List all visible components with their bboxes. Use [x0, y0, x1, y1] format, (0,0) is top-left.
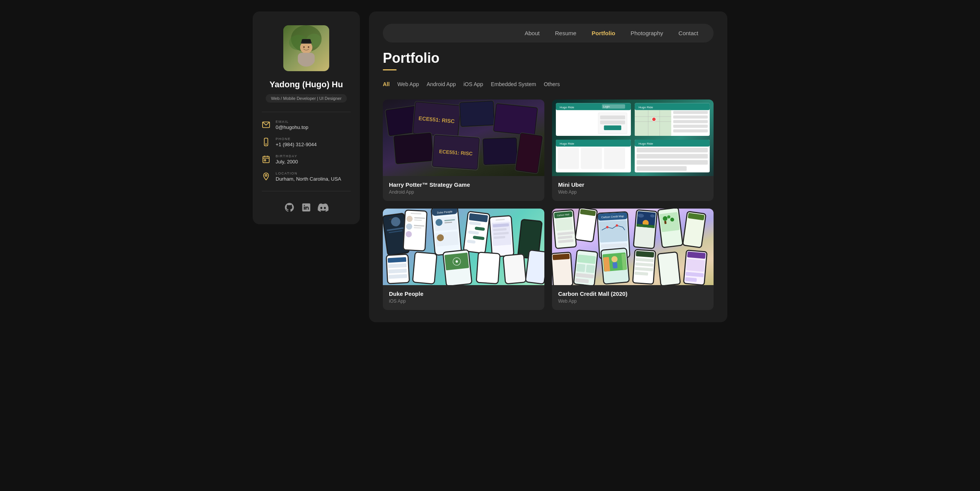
svg-rect-64	[558, 148, 579, 169]
svg-point-10	[308, 46, 309, 48]
svg-rect-191	[603, 257, 610, 271]
top-nav: About Resume Portfolio Photography Conta…	[383, 24, 714, 42]
card-4-info: Carbon Credit Mall (2020) Web App	[552, 285, 714, 310]
card-4-category: Web App	[558, 299, 707, 304]
email-label: EMAIL	[276, 120, 309, 124]
svg-rect-126	[413, 253, 436, 284]
svg-rect-14	[263, 157, 270, 163]
svg-rect-153	[599, 220, 628, 243]
svg-rect-142	[555, 218, 573, 231]
phone-icon	[262, 138, 270, 146]
svg-rect-18	[264, 160, 266, 161]
birthday-value: July, 2000	[276, 159, 298, 165]
social-links	[284, 202, 328, 213]
card-3-title: Duke People	[389, 290, 538, 297]
svg-rect-57	[673, 116, 708, 119]
svg-point-13	[266, 144, 266, 145]
svg-rect-71	[637, 154, 708, 158]
svg-rect-8	[298, 53, 315, 64]
filter-embedded-system[interactable]: Embedded System	[491, 80, 536, 89]
svg-rect-168	[660, 212, 680, 232]
avatar	[283, 25, 329, 71]
divider	[262, 112, 351, 112]
filter-tabs: All Web App Android App iOS App Embedded…	[383, 80, 714, 89]
card-2-info: Mini Uber Web App	[552, 176, 714, 201]
portfolio-grid: ECE551: RISC ECE551: RISC	[383, 100, 714, 310]
profile-name: Yadong (Hugo) Hu	[270, 80, 343, 90]
title-underline	[383, 69, 397, 70]
card-3-category: iOS App	[389, 299, 538, 304]
svg-rect-170	[664, 221, 666, 224]
svg-rect-205	[686, 259, 705, 272]
location-value: Durham, North Carolina, USA	[276, 176, 341, 182]
svg-rect-66	[604, 148, 625, 169]
location-info: LOCATION Durham, North Carolina, USA	[262, 171, 351, 182]
filter-web-app[interactable]: Web App	[397, 80, 419, 89]
card-2-title: Mini Uber	[558, 181, 707, 188]
birthday-info: BIRTHDAY July, 2000	[262, 154, 351, 165]
svg-rect-58	[673, 120, 708, 123]
card-1-title: Harry Potter™ Strategy Game	[389, 181, 538, 188]
svg-rect-81	[404, 210, 426, 250]
phone-value: +1 (984) 312-9044	[276, 142, 317, 147]
project-card-4[interactable]: Carbon Mall Carbon	[552, 209, 714, 310]
github-icon[interactable]	[284, 202, 295, 213]
discord-icon[interactable]	[318, 202, 328, 213]
svg-rect-30	[394, 133, 433, 163]
svg-rect-183	[586, 264, 595, 273]
svg-rect-26	[460, 101, 494, 126]
email-value: 0@hugohu.top	[276, 124, 309, 130]
nav-photography[interactable]: Photography	[624, 28, 669, 39]
svg-rect-135	[504, 254, 526, 284]
phone-label: PHONE	[276, 137, 317, 141]
svg-rect-201	[658, 253, 679, 285]
svg-rect-59	[673, 125, 708, 128]
nav-contact[interactable]: Contact	[672, 28, 704, 39]
svg-rect-70	[637, 148, 708, 152]
svg-point-55	[652, 117, 656, 121]
svg-rect-35	[483, 138, 517, 165]
filter-android-app[interactable]: Android App	[426, 80, 456, 89]
filter-ios-app[interactable]: iOS App	[464, 80, 483, 89]
card-3-info: Duke People iOS App	[383, 285, 544, 310]
linkedin-icon[interactable]	[301, 202, 312, 213]
svg-rect-44	[600, 116, 625, 119]
nav-about[interactable]: About	[519, 28, 546, 39]
project-card-2[interactable]: Hugo Ride Login Hugo Ride	[552, 100, 714, 201]
nav-portfolio[interactable]: Portfolio	[586, 28, 622, 39]
email-info: EMAIL 0@hugohu.top	[262, 120, 351, 130]
svg-rect-46	[604, 126, 621, 130]
svg-text:Hugo Ride: Hugo Ride	[639, 106, 653, 109]
card-4-title: Carbon Credit Mall (2020)	[558, 290, 707, 297]
project-card-3[interactable]: Duke People	[383, 209, 544, 310]
divider-2	[262, 191, 351, 191]
filter-others[interactable]: Others	[544, 80, 560, 89]
card-1-info: Harry Potter™ Strategy Game Android App	[383, 176, 544, 201]
svg-rect-72	[637, 160, 708, 165]
info-list: EMAIL 0@hugohu.top PHONE +1 (984) 312-90…	[262, 120, 351, 182]
svg-rect-45	[600, 121, 625, 124]
sidebar: Yadong (Hugo) Hu Web / Mobile Developer …	[253, 11, 360, 224]
email-icon	[262, 121, 270, 129]
svg-text:Login: Login	[603, 105, 610, 108]
svg-text:Hugo Ride: Hugo Ride	[639, 142, 653, 145]
svg-rect-190	[612, 262, 617, 269]
svg-rect-182	[576, 264, 585, 272]
svg-rect-6	[302, 39, 311, 43]
svg-point-19	[265, 175, 267, 176]
main-content: About Resume Portfolio Photography Conta…	[369, 11, 727, 322]
nav-resume[interactable]: Resume	[549, 28, 583, 39]
page-wrapper: Yadong (Hugo) Hu Web / Mobile Developer …	[253, 11, 727, 322]
location-label: LOCATION	[276, 171, 341, 175]
filter-all[interactable]: All	[383, 80, 390, 89]
project-card-1[interactable]: ECE551: RISC ECE551: RISC	[383, 100, 544, 201]
profile-title: Web / Mobile Developer | UI Designer	[266, 94, 347, 103]
svg-rect-73	[637, 166, 687, 171]
page-title: Portfolio	[383, 50, 714, 66]
svg-point-9	[303, 46, 305, 48]
svg-text:Hugo Ride: Hugo Ride	[560, 106, 574, 109]
card-1-category: Android App	[389, 189, 538, 195]
phone-info: PHONE +1 (984) 312-9044	[262, 137, 351, 147]
birthday-icon	[262, 155, 270, 163]
svg-text:Hugo Ride: Hugo Ride	[560, 142, 574, 145]
